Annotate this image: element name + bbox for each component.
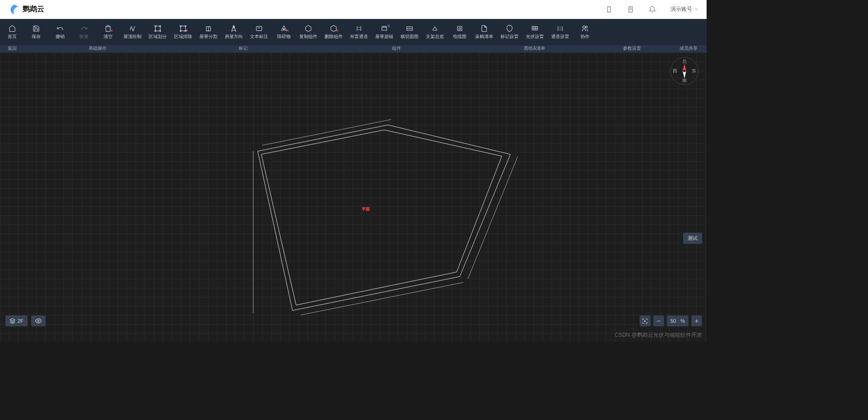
svg-point-10 <box>180 25 181 27</box>
area-icon <box>154 25 161 32</box>
ridge-icon <box>205 25 212 32</box>
mobile-icon[interactable] <box>605 6 613 13</box>
toolbar-label: 电缆图 <box>453 33 467 40</box>
svg-point-21 <box>283 29 284 30</box>
trash-icon: ✕ <box>104 25 112 32</box>
obstacle-icon: ✕ <box>280 25 288 32</box>
toolbar-pv[interactable]: 光伏设置 <box>522 19 547 45</box>
toolbar-label: 协作 <box>580 33 590 40</box>
account-dropdown[interactable]: 演示账号 <box>670 5 698 13</box>
eye-icon <box>35 318 42 324</box>
toolbar-lane[interactable]: 通道设置 <box>547 19 573 45</box>
pv-icon <box>531 25 538 32</box>
svg-text:N: N <box>233 25 235 28</box>
toolbar-pin[interactable]: 标记设置 <box>497 19 522 45</box>
toolbar-text[interactable]: 文本标注 <box>246 19 272 45</box>
zoom-value: 50 % <box>667 315 689 326</box>
center-marker: 平面 <box>362 206 370 212</box>
svg-point-11 <box>185 25 186 27</box>
floor-button[interactable]: 2F <box>5 315 28 326</box>
toolbar-label: 房屋方向 <box>225 33 243 40</box>
draw-icon <box>129 25 136 32</box>
copy-icon <box>305 25 312 32</box>
toolbar-obstacle[interactable]: ✕ 障碍物 <box>272 19 296 45</box>
svg-point-5 <box>155 25 156 27</box>
group-label: 基础操作 <box>49 45 146 52</box>
svg-rect-29 <box>458 26 462 30</box>
fit-button[interactable] <box>640 315 651 326</box>
toolbar-home[interactable]: 首页 <box>0 19 24 45</box>
toolbar-draw[interactable]: 屋顶绘制 <box>120 19 145 45</box>
toolbar-collab[interactable]: 协作 <box>573 19 597 45</box>
toolbar-cross[interactable]: 横切面图 <box>397 19 422 45</box>
save-icon <box>33 25 40 32</box>
svg-point-8 <box>160 30 161 32</box>
toolbar-redo[interactable]: 恢复 <box>72 19 96 45</box>
compass-south: 南 <box>682 77 687 84</box>
svg-rect-4 <box>156 26 160 31</box>
compass-arrow-icon <box>682 64 687 78</box>
home-icon <box>9 25 16 32</box>
toolbar-label: 障碍物 <box>277 33 291 40</box>
toolbar-trash[interactable]: ✕ 清空 <box>96 19 120 45</box>
toolbar-label: 删除组件 <box>325 33 343 40</box>
bell-icon[interactable] <box>649 6 656 13</box>
toolbar: 首页 保存 撤销 恢复 ✕ 清空 屋顶绘制 <box>0 19 707 45</box>
toolbar-delete[interactable]: ✕ 删除组件 <box>321 19 346 45</box>
canvas-area[interactable]: 平面 北 南 东 西 测试 2F − 50 % + C <box>0 52 707 342</box>
toolbar-label: 支架总览 <box>426 33 444 40</box>
svg-line-44 <box>301 282 463 315</box>
toolbar-label: 屋顶绘制 <box>123 33 142 40</box>
group-label: 参数设置 <box>607 45 657 52</box>
toolbar-label: 文本标注 <box>250 33 268 40</box>
test-button[interactable]: 测试 <box>683 233 702 244</box>
account-label: 演示账号 <box>670 5 692 13</box>
toolbar-super[interactable]: 超 屋脊超铺 <box>372 19 397 45</box>
svg-marker-49 <box>10 319 15 321</box>
toolbar-copy[interactable]: 复制组件 <box>296 19 321 45</box>
zoom-out-button[interactable]: − <box>653 315 664 326</box>
svg-rect-0 <box>608 7 611 12</box>
visibility-button[interactable] <box>31 315 46 326</box>
group-label: 标记 <box>218 45 268 52</box>
toolbar-direction[interactable]: N 房屋方向 <box>221 19 246 45</box>
toolbar-undo[interactable]: 撤销 <box>48 19 72 45</box>
doc-icon[interactable] <box>627 6 634 13</box>
logo[interactable]: 鹦鹉云 <box>8 4 44 15</box>
svg-point-12 <box>180 30 181 32</box>
toolbar-channel[interactable]: 布置通道 <box>346 19 372 45</box>
svg-marker-47 <box>683 64 686 71</box>
lane-icon <box>557 25 564 32</box>
super-icon: 超 <box>381 25 388 32</box>
group-labels: 返回基础操作标记组件图纸&清单参数设置成员共享 <box>0 45 707 52</box>
toolbar-save[interactable]: 保存 <box>24 19 48 45</box>
toolbar-cable[interactable]: 电缆图 <box>448 19 472 45</box>
app-name: 鹦鹉云 <box>23 5 44 14</box>
toolbar-label: 复制组件 <box>299 33 317 40</box>
toolbar-label: 通道设置 <box>551 33 569 40</box>
roof-shape <box>0 52 707 342</box>
toolbar-ridge[interactable]: 屋脊分割 <box>196 19 221 45</box>
group-label: 返回 <box>0 45 24 52</box>
svg-marker-48 <box>683 71 686 78</box>
toolbar-label: 保存 <box>32 33 41 40</box>
toolbar-area[interactable]: 区域划分 <box>145 19 170 45</box>
toolbar-area-exclude[interactable]: ✕ 区域排除 <box>170 19 196 45</box>
zoom-number: 50 <box>670 318 676 324</box>
svg-marker-42 <box>261 130 502 305</box>
toolbar-label: 清空 <box>104 33 113 40</box>
zoom-in-button[interactable]: + <box>691 315 702 326</box>
toolbar-label: 标记设置 <box>500 33 519 40</box>
layers-icon <box>9 318 15 324</box>
toolbar-bracket[interactable]: 支架总览 <box>422 19 448 45</box>
chevron-down-icon <box>694 7 698 11</box>
svg-line-46 <box>262 119 391 145</box>
toolbar-label: 屋脊分割 <box>199 33 217 40</box>
toolbar-label: 横切面图 <box>401 33 419 40</box>
pin-icon <box>506 25 513 32</box>
toolbar-list[interactable]: 采购清单 <box>472 19 497 45</box>
toolbar-label: 布置通道 <box>350 33 368 40</box>
compass[interactable]: 北 南 东 西 <box>670 57 698 85</box>
undo-icon <box>57 25 64 32</box>
svg-rect-24 <box>382 27 387 30</box>
